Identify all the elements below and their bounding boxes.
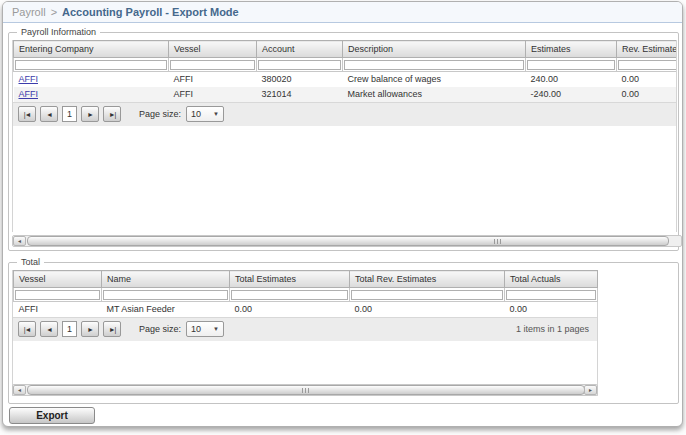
filter-input-account[interactable]: [258, 60, 341, 70]
column-header-name[interactable]: Name: [102, 271, 230, 288]
total-grid-hscrollbar[interactable]: ◄ ►: [12, 384, 598, 396]
payroll-grid: Entering Company Vessel Account Descript…: [13, 40, 677, 102]
chevron-down-icon: ▼: [213, 111, 219, 117]
total-section: Total Vessel Name Total Estimates Total …: [8, 262, 679, 404]
scrollbar-grip: [302, 388, 310, 393]
column-header-account[interactable]: Account: [257, 41, 343, 58]
total-grid-filter-row: [14, 288, 598, 302]
cell-account: 321014: [257, 87, 343, 102]
total-legend: Total: [17, 257, 44, 268]
last-page-icon: ►|: [109, 111, 116, 118]
page-size-label: Page size:: [139, 109, 181, 119]
total-grid-viewport: Vessel Name Total Estimates Total Rev. E…: [12, 270, 598, 396]
first-page-button[interactable]: |◄: [18, 106, 36, 122]
scrollbar-grip: [494, 239, 502, 244]
filter-input-name[interactable]: [103, 290, 228, 300]
first-page-icon: |◄: [24, 326, 31, 333]
filter-input-vessel[interactable]: [15, 290, 100, 300]
column-header-rev-estimates[interactable]: Rev. Estimates: [617, 41, 678, 58]
next-page-icon: ►: [87, 326, 93, 333]
filter-input-total-estimates[interactable]: [231, 290, 348, 300]
scroll-right-icon[interactable]: ►: [584, 385, 597, 395]
filter-input-total-rev-estimates[interactable]: [351, 290, 503, 300]
last-page-icon: ►|: [109, 326, 116, 333]
first-page-button[interactable]: |◄: [18, 321, 36, 337]
next-page-icon: ►: [87, 111, 93, 118]
previous-page-button[interactable]: ◄: [40, 106, 58, 122]
table-row: AFFI AFFI 380020 Crew balance of wages 2…: [14, 72, 678, 87]
payroll-grid-pager: |◄ ◄ 1 ► ►| Page size: 10 ▼: [13, 102, 677, 126]
previous-page-icon: ◄: [46, 111, 52, 118]
total-grid: Vessel Name Total Estimates Total Rev. E…: [13, 270, 598, 317]
cell-total-actuals: 0.00: [505, 302, 598, 317]
content-panel: Payroll > Accounting Payroll - Export Mo…: [2, 1, 683, 427]
column-header-total-actuals[interactable]: Total Actuals: [505, 271, 598, 288]
payroll-information-section: Payroll Information Entering Company Ves…: [8, 32, 679, 251]
scrollbar-thumb[interactable]: [27, 385, 585, 395]
cell-vessel: AFFI: [169, 72, 257, 87]
cell-estimates: -240.00: [526, 87, 617, 102]
cell-vessel: AFFI: [169, 87, 257, 102]
page-size-select[interactable]: 10 ▼: [186, 106, 224, 122]
page-size-value: 10: [191, 109, 201, 119]
scroll-left-icon[interactable]: ◄: [13, 385, 26, 395]
cell-total-rev-estimates: 0.00: [350, 302, 505, 317]
page-size-label: Page size:: [139, 324, 181, 334]
scrollbar-thumb[interactable]: [27, 236, 669, 246]
total-grid-pager: |◄ ◄ 1 ► ►| Page size: 10 ▼ 1 items in 1…: [13, 317, 597, 341]
payroll-grid-header-row: Entering Company Vessel Account Descript…: [14, 41, 678, 58]
filter-input-total-actuals[interactable]: [506, 290, 596, 300]
payroll-information-legend: Payroll Information: [17, 27, 100, 38]
breadcrumb: Payroll > Accounting Payroll - Export Mo…: [3, 2, 682, 23]
cell-rev-estimates: 0.00: [617, 72, 678, 87]
filter-input-description[interactable]: [344, 60, 524, 70]
breadcrumb-separator: >: [51, 6, 57, 18]
total-grid-empty-area: [13, 341, 597, 385]
column-header-description[interactable]: Description: [343, 41, 526, 58]
cell-rev-estimates: 0.00: [617, 87, 678, 102]
previous-page-button[interactable]: ◄: [40, 321, 58, 337]
last-page-button[interactable]: ►|: [103, 106, 121, 122]
next-page-button[interactable]: ►: [81, 106, 99, 122]
current-page-field[interactable]: 1: [62, 321, 77, 337]
table-row: AFFI MT Asian Feeder 0.00 0.00 0.00: [14, 302, 598, 317]
cell-vessel: AFFI: [14, 302, 102, 317]
first-page-icon: |◄: [24, 111, 31, 118]
column-header-total-estimates[interactable]: Total Estimates: [230, 271, 350, 288]
cell-total-estimates: 0.00: [230, 302, 350, 317]
payroll-grid-viewport: Entering Company Vessel Account Descript…: [12, 40, 677, 232]
entering-company-link[interactable]: AFFI: [19, 74, 39, 84]
page-size-value: 10: [191, 324, 201, 334]
items-count-label: 1 items in 1 pages: [516, 324, 589, 334]
next-page-button[interactable]: ►: [81, 321, 99, 337]
table-row: AFFI AFFI 321014 Market allowances -240.…: [14, 87, 678, 102]
payroll-grid-filter-row: [14, 58, 678, 72]
cell-description: Market allowances: [343, 87, 526, 102]
cell-description: Crew balance of wages: [343, 72, 526, 87]
scroll-left-icon[interactable]: ◄: [13, 236, 26, 246]
previous-page-icon: ◄: [46, 326, 52, 333]
page-title: Accounting Payroll - Export Mode: [62, 6, 239, 18]
column-header-total-rev-estimates[interactable]: Total Rev. Estimates: [350, 271, 505, 288]
page-size-select[interactable]: 10 ▼: [186, 321, 224, 337]
column-header-vessel[interactable]: Vessel: [14, 271, 102, 288]
column-header-entering-company[interactable]: Entering Company: [14, 41, 169, 58]
column-header-estimates[interactable]: Estimates: [526, 41, 617, 58]
current-page-field[interactable]: 1: [62, 106, 77, 122]
export-button[interactable]: Export: [9, 407, 95, 424]
cell-account: 380020: [257, 72, 343, 87]
filter-input-entering-company[interactable]: [15, 60, 167, 70]
filter-input-rev-estimates[interactable]: [618, 60, 677, 70]
filter-input-estimates[interactable]: [527, 60, 615, 70]
entering-company-link[interactable]: AFFI: [19, 89, 39, 99]
filter-input-vessel[interactable]: [170, 60, 255, 70]
screen: Payroll > Accounting Payroll - Export Mo…: [0, 0, 686, 435]
last-page-button[interactable]: ►|: [103, 321, 121, 337]
payroll-grid-hscrollbar[interactable]: ◄: [12, 235, 682, 247]
breadcrumb-root[interactable]: Payroll: [12, 6, 46, 18]
column-header-vessel[interactable]: Vessel: [169, 41, 257, 58]
chevron-down-icon: ▼: [213, 326, 219, 332]
cell-estimates: 240.00: [526, 72, 617, 87]
cell-name: MT Asian Feeder: [102, 302, 230, 317]
total-grid-header-row: Vessel Name Total Estimates Total Rev. E…: [14, 271, 598, 288]
